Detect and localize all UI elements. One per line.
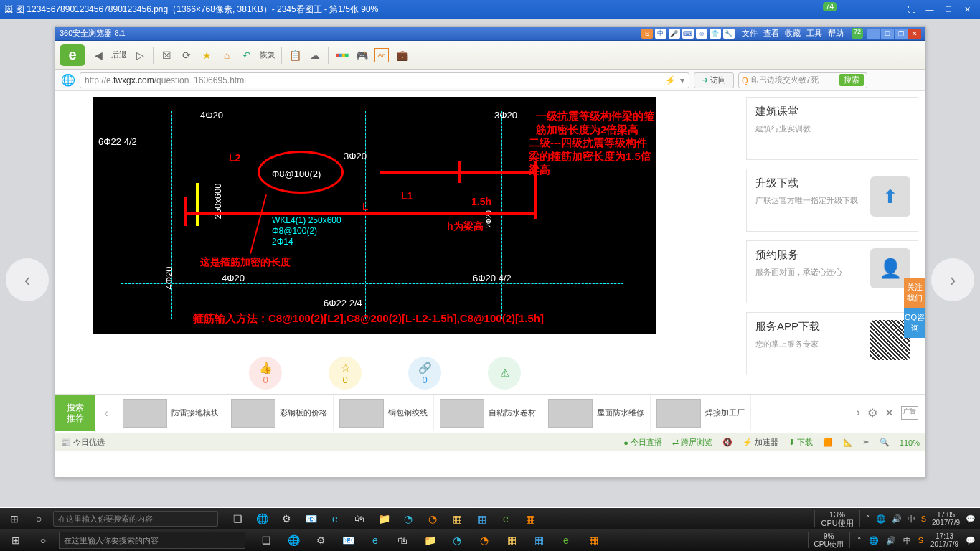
star-button[interactable]: ★ <box>199 48 214 62</box>
tool-icon[interactable]: 📐 <box>843 438 853 447</box>
wallet-icon[interactable]: 💼 <box>395 48 409 62</box>
ime-mic-icon[interactable]: 🎤 <box>669 29 680 39</box>
taskbar-app-icon[interactable]: ▦ <box>527 531 551 550</box>
app-icon[interactable]: 🛍 <box>349 510 370 527</box>
app-icon[interactable]: ▦ <box>471 510 492 527</box>
rec-item[interactable]: 彩钢板的价格 <box>225 395 334 431</box>
card-reserve[interactable]: 预约服务 服务面对面，承诺心连心 👤 <box>746 240 918 303</box>
ime-cn-icon[interactable]: 中 <box>655 29 666 39</box>
taskbar-app-icon[interactable]: e <box>554 531 578 550</box>
cloud-icon[interactable]: ☁ <box>308 48 322 62</box>
dropdown-icon[interactable]: ▾ <box>680 75 684 85</box>
inner-cpu[interactable]: 13%CPU使用 <box>814 510 859 527</box>
start-button[interactable]: ⊞ <box>4 531 27 550</box>
app-icon[interactable]: 📧 <box>300 510 321 527</box>
app-icon[interactable]: e <box>495 510 517 527</box>
accel-button[interactable]: ⚡ 加速器 <box>743 437 778 448</box>
taskbar-app-icon[interactable]: e <box>363 531 387 550</box>
notifications-icon[interactable]: 💬 <box>966 536 976 545</box>
ime-face-icon[interactable]: ☺ <box>696 29 707 39</box>
taskbar-app-icon[interactable]: ⚙ <box>308 531 333 550</box>
inner-clock[interactable]: 17:052017/7/9 <box>932 511 960 527</box>
rec-prev-button[interactable]: ‹ <box>95 407 117 420</box>
inner-start-button[interactable]: ⊞ <box>4 510 24 527</box>
zoom-level[interactable]: 110% <box>900 438 920 447</box>
menu-fav[interactable]: 收藏 <box>785 28 801 39</box>
360-logo-icon[interactable]: e <box>60 44 85 66</box>
close-icon[interactable]: ✕ <box>958 3 976 16</box>
search-engine-icon[interactable]: Q <box>742 76 748 85</box>
back-button[interactable]: ◀ <box>91 48 105 62</box>
card-upgrade[interactable]: 升级下载 广联达官方唯一指定升级下载 ⬆ <box>746 169 918 232</box>
app-icon[interactable]: 🌐 <box>251 510 273 527</box>
search-input[interactable]: 在这里输入你要搜索的内容 <box>59 532 245 549</box>
download-button[interactable]: ⬇ 下载 <box>788 437 813 448</box>
cross-button[interactable]: ⇄ 跨屏浏览 <box>672 437 712 448</box>
undo-button[interactable]: ↶ <box>240 48 254 62</box>
prev-image-button[interactable]: ‹ <box>6 258 49 301</box>
apps-icon[interactable]: ■■■■ <box>334 48 349 62</box>
sogou-icon[interactable]: S <box>641 29 653 39</box>
rec-item[interactable]: 防雷接地模块 <box>117 395 225 431</box>
rec-settings-icon[interactable]: ⚙ <box>867 406 877 420</box>
search-button[interactable]: 搜索 <box>839 74 864 86</box>
ime-kb-icon[interactable]: ⌨ <box>682 29 694 39</box>
refresh-button[interactable]: ⟳ <box>179 48 194 62</box>
min-button[interactable]: — <box>867 29 880 39</box>
tray-net-icon[interactable]: 🌐 <box>876 514 886 524</box>
minimize-icon[interactable]: — <box>921 3 938 16</box>
inner-cortana-icon[interactable]: ○ <box>29 510 49 527</box>
tray-notif-icon[interactable]: 💬 <box>966 514 976 524</box>
menu-tool[interactable]: 工具 <box>806 28 822 39</box>
app-icon[interactable]: ◔ <box>397 510 419 527</box>
app-icon[interactable]: ◔ <box>422 510 443 527</box>
tray-ime-icon[interactable]: 中 <box>903 535 911 546</box>
home-button[interactable]: ⌂ <box>220 48 234 62</box>
max-button[interactable]: ☐ <box>881 29 894 39</box>
taskbar-app-icon[interactable]: ▦ <box>499 531 524 550</box>
maximize-icon[interactable]: ☐ <box>940 3 957 16</box>
taskbar-app-icon[interactable]: 📁 <box>418 531 442 550</box>
taskbar-app-icon[interactable]: 🛍 <box>390 531 415 550</box>
card-app[interactable]: 服务APP下载 您的掌上服务专家 <box>746 312 918 375</box>
tray-up-icon[interactable]: ˄ <box>866 514 870 524</box>
fullscreen-icon[interactable]: ⛶ <box>903 3 920 16</box>
taskview-icon[interactable]: ❑ <box>254 531 278 550</box>
tray-vol-icon[interactable]: 🔊 <box>886 536 896 545</box>
tray-net-icon[interactable]: 🌐 <box>869 536 879 545</box>
cpu-meter[interactable]: 9%CPU使用 <box>808 532 850 548</box>
game-icon[interactable]: 🎮 <box>354 48 369 62</box>
menu-view[interactable]: 查看 <box>763 28 779 39</box>
tray-sogou-icon[interactable]: S <box>921 514 926 523</box>
search-box[interactable]: Q 印巴边境交火致7死 搜索 <box>738 72 867 88</box>
tray-ime-icon[interactable]: 中 <box>908 514 915 524</box>
tray-up-icon[interactable]: ˄ <box>857 536 862 545</box>
app-icon[interactable]: ▦ <box>519 510 541 527</box>
ime-cloth-icon[interactable]: 👕 <box>710 29 721 39</box>
compat-icon[interactable]: ⚡ <box>665 75 676 85</box>
rec-item[interactable]: 焊接加工厂 <box>651 395 751 431</box>
tray-vol-icon[interactable]: 🔊 <box>892 514 902 524</box>
app-icon[interactable]: 📁 <box>373 510 395 527</box>
taskbar-app-icon[interactable]: ▦ <box>581 531 606 550</box>
ime-tool-icon[interactable]: 🔧 <box>723 29 735 39</box>
go-button[interactable]: ➔访问 <box>694 72 734 88</box>
url-input[interactable]: http://e.fwxgx.com/question_1606695.html… <box>80 72 689 88</box>
zoom-out-icon[interactable]: 🔍 <box>880 438 890 447</box>
mute-icon[interactable]: 🔇 <box>722 438 732 447</box>
rec-item[interactable]: 铜包钢绞线 <box>334 395 434 431</box>
tray-sogou-icon[interactable]: S <box>918 536 923 545</box>
close-button[interactable]: ✕ <box>908 29 921 39</box>
clipboard-icon[interactable]: 📋 <box>288 48 302 62</box>
taskbar-app-icon[interactable]: 🌐 <box>281 531 306 550</box>
rec-next-button[interactable]: › <box>857 406 860 420</box>
stop-button[interactable]: ☒ <box>159 48 174 62</box>
menu-file[interactable]: 文件 <box>742 28 758 39</box>
today-button[interactable]: 📰 今日优选 <box>61 437 105 448</box>
card-classroom[interactable]: 建筑课堂 建筑行业实训教 <box>746 97 918 160</box>
taskbar-app-icon[interactable]: ◔ <box>472 531 496 550</box>
app-icon[interactable]: ⚙ <box>275 510 297 527</box>
rec-item[interactable]: 屋面防水维修 <box>542 395 651 431</box>
tag-follow[interactable]: 关注我们 <box>904 278 925 308</box>
rec-item[interactable]: 自粘防水卷材 <box>434 395 542 431</box>
